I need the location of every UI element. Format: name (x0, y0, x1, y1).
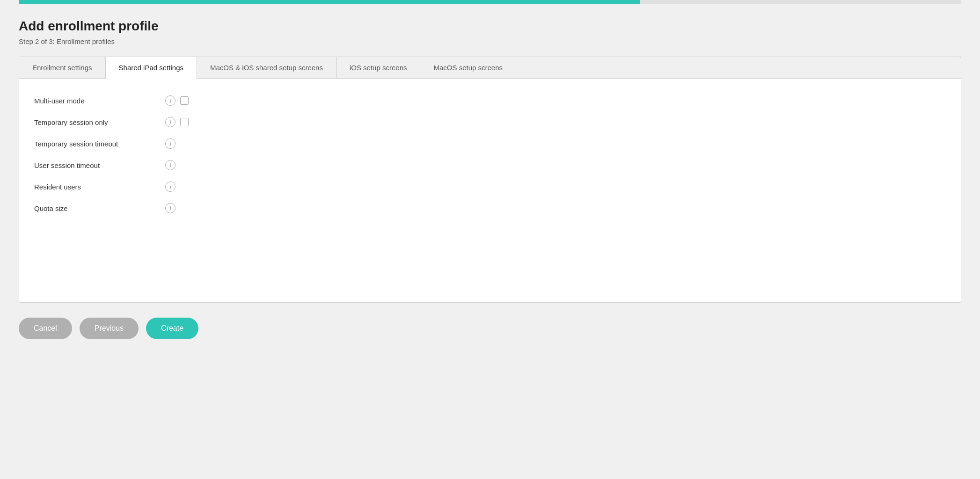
progress-bar-segment3 (801, 0, 961, 4)
footer-buttons: Cancel Previous Create (19, 318, 961, 339)
row-user-session-timeout: User session timeout i (34, 154, 946, 176)
content-panel: Multi-user mode i Temporary session only… (19, 78, 961, 303)
label-user-session-timeout: User session timeout (34, 161, 165, 169)
row-temporary-session-only: Temporary session only i (34, 111, 946, 133)
tab-shared-ipad-settings[interactable]: Shared iPad settings (106, 57, 197, 79)
label-temporary-session-only: Temporary session only (34, 118, 165, 126)
label-resident-users: Resident users (34, 183, 165, 191)
progress-bar (19, 0, 961, 4)
tab-macos-ios-shared[interactable]: MacOS & iOS shared setup screens (197, 57, 336, 78)
progress-bar-fill (19, 0, 640, 4)
label-temporary-session-timeout: Temporary session timeout (34, 140, 165, 148)
row-temporary-session-timeout: Temporary session timeout i (34, 133, 946, 154)
page-wrapper: Add enrollment profile Step 2 of 3: Enro… (0, 0, 980, 479)
info-icon-resident-users[interactable]: i (165, 181, 176, 192)
checkbox-temporary-session-only[interactable] (180, 118, 189, 126)
info-icon-quota-size[interactable]: i (165, 203, 176, 213)
tab-ios-setup-screens[interactable]: iOS setup screens (336, 57, 421, 78)
row-quota-size: Quota size i (34, 197, 946, 219)
checkbox-multi-user-mode[interactable] (180, 96, 189, 105)
tab-macos-setup-screens[interactable]: MacOS setup screens (420, 57, 516, 78)
progress-bar-segment2 (641, 0, 801, 4)
info-icon-temporary-session-timeout[interactable]: i (165, 138, 176, 149)
row-multi-user-mode: Multi-user mode i (34, 90, 946, 111)
cancel-button[interactable]: Cancel (19, 318, 72, 339)
info-icon-user-session-timeout[interactable]: i (165, 160, 176, 170)
label-multi-user-mode: Multi-user mode (34, 97, 165, 105)
step-label: Step 2 of 3: Enrollment profiles (19, 37, 961, 45)
row-resident-users: Resident users i (34, 176, 946, 197)
label-quota-size: Quota size (34, 204, 165, 212)
page-title: Add enrollment profile (19, 19, 961, 34)
create-button[interactable]: Create (146, 318, 198, 339)
tab-enrollment-settings[interactable]: Enrollment settings (19, 57, 106, 78)
previous-button[interactable]: Previous (80, 318, 139, 339)
info-icon-multi-user-mode[interactable]: i (165, 95, 176, 106)
info-icon-temporary-session-only[interactable]: i (165, 117, 176, 127)
tabs-container: Enrollment settings Shared iPad settings… (19, 57, 961, 78)
